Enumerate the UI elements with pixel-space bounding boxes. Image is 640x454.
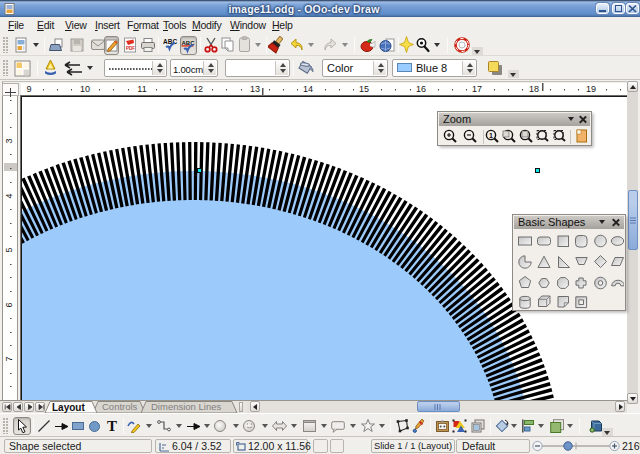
svg-text:13: 13: [250, 84, 260, 94]
svg-text:10: 10: [80, 84, 90, 94]
svg-text:17: 17: [472, 84, 482, 94]
svg-text:14: 14: [303, 84, 313, 94]
svg-text:Controls: Controls: [102, 401, 138, 412]
svg-text:5: 5: [4, 247, 14, 252]
svg-text:PDF: PDF: [126, 46, 135, 51]
svg-text:1: 1: [489, 132, 493, 139]
svg-text:15: 15: [359, 84, 369, 94]
svg-text:ABC: ABC: [163, 38, 177, 45]
svg-text:9: 9: [26, 84, 31, 94]
svg-text:16: 16: [416, 84, 426, 94]
svg-text:4: 4: [4, 193, 14, 198]
svg-text:Dimension Lines: Dimension Lines: [151, 401, 221, 412]
svg-text:6: 6: [4, 302, 14, 307]
svg-text:ABC: ABC: [182, 40, 196, 46]
svg-text:11: 11: [137, 84, 146, 94]
svg-text:3: 3: [4, 138, 14, 143]
svg-text:18: 18: [529, 84, 539, 94]
svg-text:19: 19: [586, 84, 596, 94]
svg-text:12: 12: [193, 84, 203, 94]
svg-text:7: 7: [4, 356, 14, 361]
svg-text:Layout: Layout: [52, 402, 85, 413]
